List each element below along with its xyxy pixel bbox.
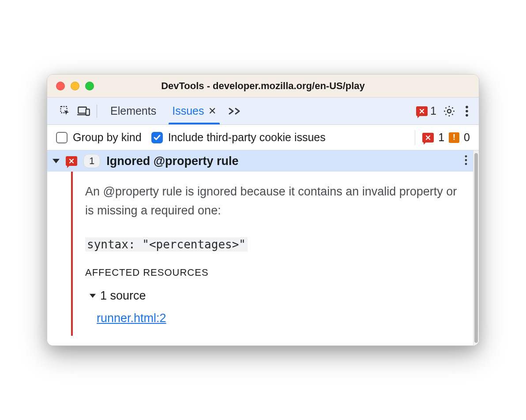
window-title: DevTools - developer.mozilla.org/en-US/p…: [56, 80, 470, 92]
device-toolbar-icon[interactable]: [75, 102, 93, 120]
toolbar-divider: [97, 105, 97, 118]
tab-issues[interactable]: Issues ✕: [164, 98, 224, 124]
svg-point-14: [465, 155, 467, 158]
svg-point-7: [466, 105, 468, 108]
scrollbar[interactable]: [473, 150, 479, 345]
svg-point-16: [465, 163, 467, 165]
toolbar-error-count[interactable]: 1: [416, 105, 436, 117]
scrollbar-thumb[interactable]: [474, 153, 478, 343]
source-summary: 1 source: [100, 289, 146, 303]
more-menu-button[interactable]: [460, 102, 473, 120]
disclosure-triangle-icon: [53, 159, 60, 163]
source-link[interactable]: runner.html:2: [97, 311, 166, 325]
inspect-element-icon[interactable]: [56, 102, 75, 120]
settings-button[interactable]: [438, 102, 460, 120]
svg-rect-3: [86, 109, 90, 115]
issues-options-bar: Group by kind Include third-party cookie…: [47, 125, 479, 150]
source-summary-row[interactable]: 1 source: [90, 289, 463, 303]
tab-label: Issues: [172, 105, 204, 117]
maximize-window-button[interactable]: [85, 82, 94, 90]
vertical-dots-icon: [465, 105, 469, 117]
checkbox-checked-icon: [151, 132, 163, 143]
warning-icon: !: [449, 132, 459, 143]
traffic-lights: [56, 82, 94, 90]
issues-panel: 1 Ignored @property rule An @property ru…: [47, 150, 479, 345]
devtools-toolbar: Elements Issues ✕ 1: [47, 98, 479, 125]
error-icon: [422, 133, 434, 142]
tab-elements[interactable]: Elements: [102, 98, 164, 124]
close-window-button[interactable]: [56, 82, 65, 90]
minimize-window-button[interactable]: [71, 82, 79, 90]
chevrons-right-icon: [228, 106, 243, 116]
error-total: 1: [438, 131, 444, 144]
close-tab-icon[interactable]: ✕: [208, 105, 216, 117]
option-label: Group by kind: [73, 131, 142, 144]
vertical-dots-icon: [464, 154, 468, 166]
more-tabs-button[interactable]: [224, 98, 246, 124]
devtools-window: DevTools - developer.mozilla.org/en-US/p…: [47, 74, 479, 346]
svg-point-6: [447, 109, 451, 113]
checkbox-unchecked-icon: [56, 132, 68, 143]
issue-description: An @property rule is ignored because it …: [85, 182, 463, 220]
svg-point-8: [466, 110, 468, 112]
tab-label: Elements: [110, 105, 156, 117]
issues-counts: 1 ! 0: [415, 130, 470, 145]
issue-header[interactable]: 1 Ignored @property rule: [47, 150, 473, 172]
issue-title: Ignored @property rule: [106, 154, 458, 168]
gear-icon: [443, 105, 456, 118]
error-icon: [66, 156, 77, 166]
severity-indicator: [71, 172, 73, 336]
issue-code-snippet: syntax: "<percentages>": [85, 237, 248, 251]
error-count-value: 1: [430, 105, 436, 117]
warning-total: 0: [464, 131, 470, 144]
issue-body: An @property rule is ignored because it …: [47, 172, 473, 336]
svg-point-9: [466, 114, 468, 116]
group-by-kind-option[interactable]: Group by kind: [56, 131, 142, 144]
svg-point-15: [465, 159, 467, 161]
devtools-tabs: Elements Issues ✕: [102, 98, 246, 124]
issue-count-pill: 1: [83, 154, 100, 168]
option-label: Include third-party cookie issues: [168, 131, 326, 144]
titlebar: DevTools - developer.mozilla.org/en-US/p…: [47, 75, 479, 98]
include-third-party-option[interactable]: Include third-party cookie issues: [151, 131, 326, 144]
disclosure-triangle-icon: [90, 294, 96, 298]
error-icon: [416, 106, 428, 116]
affected-resources-label: AFFECTED RESOURCES: [85, 267, 463, 278]
svg-rect-1: [78, 107, 86, 113]
issue-menu-button[interactable]: [464, 154, 468, 168]
